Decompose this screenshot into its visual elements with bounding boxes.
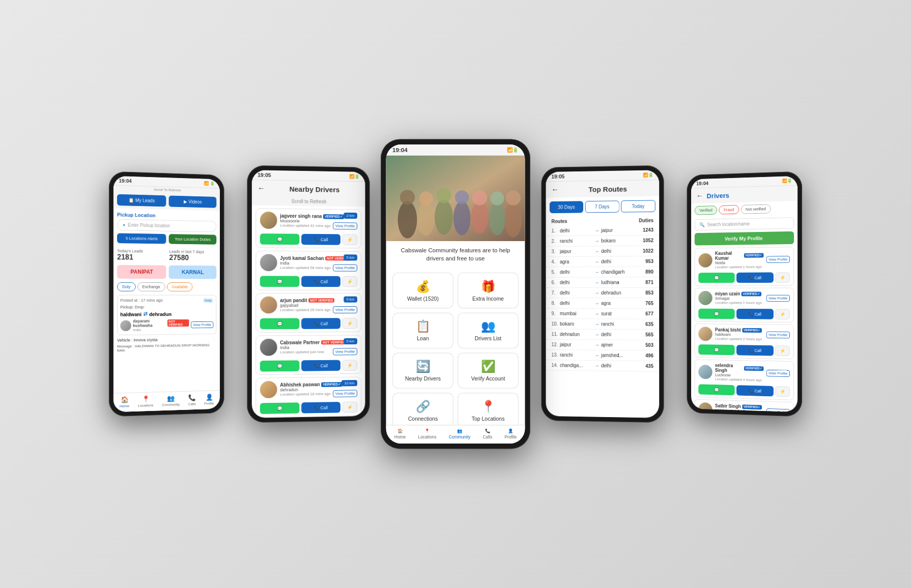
verified-1: VERIFIED✓ — [744, 253, 764, 257]
nav-profile-3[interactable]: 👤 Profile — [504, 429, 517, 439]
view-profile-4[interactable]: View Profile — [333, 348, 357, 355]
p5-flash-3[interactable]: ⚡ — [775, 345, 789, 356]
nav-community-1[interactable]: 👥 Community — [162, 394, 180, 407]
call-btn-4[interactable]: 📞 Call — [301, 360, 340, 371]
whatsapp-btn-3[interactable]: 💬 — [260, 318, 300, 329]
routes-tabs: 30 Days 7 Days Today — [550, 200, 656, 213]
flash-btn-1[interactable]: ⚡ — [343, 234, 357, 245]
verify-profile-btn[interactable]: Verify My Profile — [695, 231, 794, 246]
nav-home-1[interactable]: 🏠 Home — [120, 396, 129, 408]
top-locations-icon: 📍 — [463, 400, 514, 414]
filter-verified[interactable]: Verified — [695, 205, 717, 215]
driver-header-3: arjun pandit NOT VERIFIED gajiyabad Loca… — [256, 293, 361, 316]
whatsapp-btn-2[interactable]: 💬 — [260, 276, 300, 287]
call-btn-1[interactable]: 📞 Call — [301, 234, 340, 245]
driver-header-1: jagveer singh rana VERIFIED✓ Mussoorie L… — [256, 209, 361, 232]
p5-call-2[interactable]: 📞 Call — [736, 309, 774, 319]
flash-btn-2[interactable]: ⚡ — [343, 276, 357, 287]
nav-profile-1[interactable]: 👤 Profile — [204, 393, 214, 405]
tab-30days[interactable]: 30 Days — [550, 201, 583, 213]
wallet-item[interactable]: 💰 Wallet (1520) — [392, 273, 453, 308]
filter-not-verified[interactable]: Not verified — [741, 204, 771, 214]
view-profile-3[interactable]: View Profile — [333, 306, 357, 313]
p5-view-profile-2[interactable]: View Profile — [766, 295, 790, 301]
5-locations-btn[interactable]: 5 Locations Alerts — [117, 233, 166, 244]
p5-view-profile-4[interactable]: View Profile — [766, 370, 790, 377]
action-btns-3: 💬 📞 Call ⚡ — [256, 316, 361, 332]
view-profile-2[interactable]: View Profile — [333, 264, 357, 272]
p5-call-3[interactable]: 📞 Call — [736, 345, 774, 356]
nav-community-3[interactable]: 👥 Community — [449, 429, 470, 439]
nav-home-3[interactable]: 🏠 Home — [394, 429, 406, 439]
status-icons-1: 📶 🔋 — [204, 181, 215, 186]
pickup-section: Pickup Location ● Enter Pickup location … — [113, 208, 220, 248]
call-btn-5[interactable]: 📞 Call — [301, 402, 340, 414]
flash-btn-3[interactable]: ⚡ — [343, 318, 357, 329]
time-4: 19:05 — [552, 173, 565, 180]
p5-wa-3[interactable]: 💬 — [698, 344, 734, 355]
driver-avatar-1 — [260, 212, 277, 229]
driver-avatar-2 — [260, 254, 277, 271]
svg-point-7 — [453, 201, 471, 235]
p5-wa-2[interactable]: 💬 — [698, 309, 734, 319]
view-profile-1[interactable]: View Profile — [333, 222, 357, 229]
tab-today[interactable]: Today — [621, 200, 655, 212]
top-locations-item[interactable]: 📍 Top Locations — [458, 393, 519, 428]
nearby-drivers-item[interactable]: 🔄 Nearby Drivers — [392, 352, 453, 388]
p5-wa-4[interactable]: 💬 — [698, 384, 734, 395]
p5-wa-1[interactable]: 💬 — [698, 273, 734, 283]
nav-calls-1[interactable]: 📞 Calls — [188, 394, 196, 406]
call-btn-3[interactable]: 📞 Call — [301, 318, 340, 329]
p5-view-profile-5[interactable]: View Profile — [766, 408, 790, 412]
location-duties-btn[interactable]: Your Location Duties — [169, 234, 217, 245]
profile-icon-3: 👤 — [508, 429, 514, 433]
driver-card-1: jagveer singh rana VERIFIED✓ Mussoorie L… — [255, 208, 361, 248]
whatsapp-btn-4[interactable]: 💬 — [260, 360, 300, 371]
drivers-list-item[interactable]: 👥 Drivers List — [458, 313, 519, 348]
videos-button[interactable]: ▶ Videos — [169, 195, 217, 208]
available-tag[interactable]: Available — [167, 282, 193, 291]
view-profile-5[interactable]: View Profile — [333, 390, 357, 397]
driver-search[interactable]: 🔍 Search location/name — [695, 217, 794, 230]
my-leads-button[interactable]: 📋 My Leads — [117, 194, 166, 207]
connections-label: Connections — [397, 416, 449, 422]
nav-locations-3[interactable]: 📍 Locations — [418, 429, 436, 439]
p5-flash-1[interactable]: ⚡ — [775, 272, 789, 283]
back-btn-2[interactable]: ← — [258, 184, 265, 193]
exchange-tag[interactable]: Exchange — [137, 282, 165, 291]
connections-icon: 🔗 — [397, 400, 449, 414]
p5-call-1[interactable]: 📞 Call — [736, 272, 774, 283]
lead-card: Posted at : 17 mins ago Duty Pickup: Dro… — [117, 295, 216, 335]
whatsapp-btn-5[interactable]: 💬 — [260, 402, 300, 414]
p5-flash-4[interactable]: ⚡ — [775, 386, 789, 397]
panipat-btn[interactable]: PANIPAT — [117, 265, 166, 279]
p5-view-profile-3[interactable]: View Profile — [766, 331, 790, 338]
back-btn-5[interactable]: ← — [696, 192, 703, 200]
loan-item[interactable]: 📋 Loan — [392, 313, 453, 348]
scroll-refresh-2: Scroll to Refresh — [252, 196, 365, 207]
filter-fraud[interactable]: Fraud — [719, 205, 739, 214]
tab-7days[interactable]: 7 Days — [585, 200, 619, 213]
time-5: 19:04 — [696, 181, 708, 186]
flash-btn-4[interactable]: ⚡ — [343, 360, 357, 371]
back-btn-4[interactable]: ← — [552, 185, 559, 194]
p5-driver-card-3: Pankaj bisht VERIFIED✓ haldwani Location… — [695, 324, 794, 359]
duty-tag[interactable]: Duty — [117, 282, 135, 291]
flash-btn-5[interactable]: ⚡ — [343, 402, 357, 413]
p5-flash-2[interactable]: ⚡ — [775, 309, 789, 319]
nav-locations-1[interactable]: 📍 Locations — [138, 395, 153, 408]
view-profile-btn[interactable]: View Profile — [191, 321, 214, 328]
verify-account-item[interactable]: ✅ Verify Account — [458, 352, 519, 388]
nav-calls-3[interactable]: 📞 Calls — [482, 429, 492, 439]
extra-income-item[interactable]: 🎁 Extra Income — [458, 273, 519, 308]
whatsapp-btn-1[interactable]: 💬 — [260, 233, 300, 245]
pickup-input[interactable]: ● Enter Pickup location — [117, 219, 216, 232]
svg-point-13 — [505, 202, 522, 237]
p5-view-profile-1[interactable]: View Profile — [766, 256, 790, 263]
karnal-btn[interactable]: KARNAL — [169, 266, 217, 279]
call-btn-2[interactable]: 📞 Call — [301, 276, 340, 287]
verify-account-label: Verify Account — [463, 375, 514, 381]
connections-item[interactable]: 🔗 Connections — [392, 393, 453, 428]
p5-call-4[interactable]: 📞 Call — [736, 385, 774, 396]
driver-filters: Verified Fraud Not verified — [691, 201, 798, 218]
